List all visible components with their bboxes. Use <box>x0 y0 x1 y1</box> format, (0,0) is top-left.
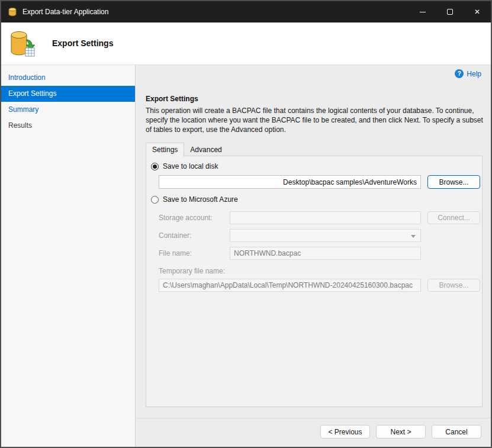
tab-settings[interactable]: Settings <box>146 143 184 157</box>
storage-account-input <box>230 211 421 224</box>
save-azure-radio[interactable]: Save to Microsoft Azure <box>151 195 238 204</box>
sidebar-item-results: Results <box>1 118 135 134</box>
save-local-label: Save to local disk <box>163 162 218 170</box>
storage-account-label: Storage account: <box>159 214 213 222</box>
connect-button: Connect... <box>427 211 480 224</box>
wizard-header: Export Settings <box>1 22 491 65</box>
save-azure-label: Save to Microsoft Azure <box>163 195 238 204</box>
cancel-button[interactable]: Cancel <box>432 425 481 439</box>
tab-advanced[interactable]: Advanced <box>184 143 227 157</box>
help-link[interactable]: ? Help <box>455 69 481 78</box>
minimize-icon <box>420 12 426 12</box>
main-panel: ? Help Export Settings This operation wi… <box>136 65 491 447</box>
window-controls: ✕ <box>409 1 491 22</box>
container-dropdown <box>230 229 421 242</box>
chevron-down-icon <box>411 235 416 238</box>
wizard-steps-sidebar: Introduction Export Settings Summary Res… <box>1 65 136 447</box>
browse-local-button[interactable]: Browse... <box>427 175 480 189</box>
window-title: Export Data-tier Application <box>22 8 108 16</box>
export-dac-wizard-window: Export Data-tier Application ✕ Export Se… <box>0 0 492 448</box>
footer-separator <box>136 418 491 418</box>
previous-button[interactable]: < Previous <box>320 425 370 439</box>
section-description: This operation will create a BACPAC file… <box>146 106 485 134</box>
footer-buttons: < Previous Next > Cancel <box>320 425 481 439</box>
minimize-button[interactable] <box>409 1 436 22</box>
sidebar-item-introduction[interactable]: Introduction <box>1 70 135 86</box>
radio-unselected-icon <box>151 196 159 204</box>
maximize-icon <box>447 9 453 15</box>
temp-file-label: Temporary file name: <box>159 267 225 275</box>
settings-tab-panel: Save to local disk Browse... Save to Mic… <box>146 156 483 407</box>
page-title: Export Settings <box>52 38 113 48</box>
next-button[interactable]: Next > <box>376 425 426 439</box>
app-icon <box>7 7 18 17</box>
local-path-input[interactable] <box>159 175 421 189</box>
sidebar-item-summary[interactable]: Summary <box>1 102 135 118</box>
titlebar: Export Data-tier Application ✕ <box>1 1 491 22</box>
tab-strip: Settings Advanced <box>146 143 228 157</box>
help-label: Help <box>467 70 481 78</box>
browse-temp-button: Browse... <box>427 279 480 292</box>
close-button[interactable]: ✕ <box>464 1 491 22</box>
file-name-label: File name: <box>159 249 192 257</box>
sidebar-item-export-settings[interactable]: Export Settings <box>1 86 135 102</box>
save-local-radio[interactable]: Save to local disk <box>151 162 218 170</box>
file-name-input <box>230 247 421 260</box>
close-icon: ✕ <box>474 8 480 15</box>
maximize-button[interactable] <box>436 1 464 22</box>
export-database-icon <box>9 29 36 60</box>
container-label: Container: <box>159 231 191 240</box>
temp-file-input <box>159 279 421 292</box>
help-icon: ? <box>455 69 464 78</box>
section-title: Export Settings <box>146 95 198 103</box>
radio-selected-icon <box>151 163 159 170</box>
